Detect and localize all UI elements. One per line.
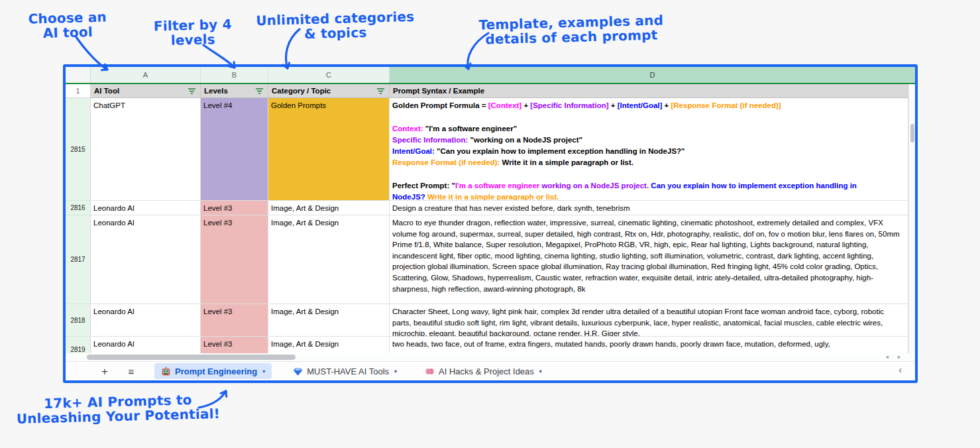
tab-label: AI Hacks & Project Ideas: [439, 366, 534, 376]
filter-icon[interactable]: [188, 87, 196, 95]
header-row: 1 AI Tool Levels Category / Topic Prompt…: [66, 84, 915, 98]
cell-ai-tool[interactable]: Leonardo AI: [91, 304, 201, 337]
tab-label: MUST-HAVE AI Tools: [307, 366, 389, 376]
select-all-corner[interactable]: [66, 67, 91, 83]
table-row-2816: 2816 Leonardo AI Level #3 Image, Art & D…: [66, 201, 908, 215]
brain-icon: [425, 366, 435, 376]
cell-category[interactable]: Image, Art & Design: [268, 201, 390, 215]
row-number[interactable]: 2819: [66, 337, 91, 353]
annotation-unlimited-categories: Unlimited categories& topics: [256, 9, 415, 42]
annotation-template-details: Template, examples anddetails of each pr…: [478, 13, 664, 46]
annotation-prompts-count: 17k+ AI Prompts toUnleashing Your Potent…: [16, 392, 220, 426]
cell-prompt[interactable]: Golden Prompt Formula = [Context] + [Spe…: [390, 98, 908, 201]
column-header-a[interactable]: A: [91, 67, 201, 83]
cell-category[interactable]: Image, Art & Design: [268, 337, 390, 353]
tab-must-have-ai-tools[interactable]: MUST-HAVE AI Tools ▾: [286, 363, 404, 379]
spreadsheet: A B C D 1 AI Tool Levels Category / Topi…: [63, 64, 918, 383]
sheet-tab-bar: + ≡ Prompt Engineering ▾: [66, 361, 915, 380]
annotation-filter-levels: Filter by 4levels: [154, 17, 233, 48]
tab-ai-hacks-project-ideas[interactable]: AI Hacks & Project Ideas ▾: [418, 363, 549, 379]
cell-ai-tool[interactable]: Leonardo AI: [91, 201, 201, 215]
filter-icon[interactable]: [255, 87, 264, 95]
horizontal-scroll-arrows[interactable]: ◂ ▸: [886, 354, 904, 360]
cell-level[interactable]: Level #3: [201, 201, 268, 215]
cell-ai-tool[interactable]: ChatGPT: [91, 98, 201, 201]
filter-icon[interactable]: [376, 87, 385, 95]
table-row-2815: 2815 ChatGPT Level #4 Golden Prompts Gol…: [66, 98, 908, 201]
cell-prompt[interactable]: two heads, two face, out of frame, extra…: [390, 337, 908, 353]
cell-level[interactable]: Level #4: [201, 98, 268, 201]
header-cell-ai-tool[interactable]: AI Tool: [91, 84, 201, 98]
all-sheets-menu-button[interactable]: ≡: [123, 366, 140, 376]
row-number[interactable]: 2817: [66, 215, 91, 304]
tab-dropdown-caret[interactable]: ▾: [394, 368, 397, 374]
cell-ai-tool[interactable]: Leonardo AI: [91, 337, 201, 353]
table-row-2818: 2818 Leonardo AI Level #3 Image, Art & D…: [66, 304, 908, 337]
tab-label: Prompt Engineering: [175, 366, 257, 376]
cell-grid: 2815 ChatGPT Level #4 Golden Prompts Gol…: [66, 98, 908, 353]
annotation-choose-ai-tool: Choose anAI tool: [28, 9, 107, 40]
cell-prompt[interactable]: Macro to eye thunder dragon, reflection …: [390, 215, 908, 304]
vertical-scrollbar-thumb[interactable]: [910, 124, 914, 142]
robot-icon: [161, 366, 171, 376]
cell-ai-tool[interactable]: Leonardo AI: [91, 215, 201, 304]
tab-prompt-engineering[interactable]: Prompt Engineering ▾: [154, 363, 272, 379]
table-row-2819: 2819 Leonardo AI Level #3 Image, Art & D…: [66, 337, 908, 353]
row-number[interactable]: 1: [66, 84, 91, 98]
vertical-scrollbar[interactable]: [908, 84, 915, 353]
column-header-b[interactable]: B: [201, 67, 268, 83]
tab-dropdown-caret[interactable]: ▾: [539, 368, 542, 374]
horizontal-scrollbar[interactable]: ◂ ▸: [66, 353, 915, 361]
tab-dropdown-caret[interactable]: ▾: [262, 368, 265, 374]
row-number[interactable]: 2816: [66, 201, 91, 215]
horizontal-scrollbar-thumb[interactable]: [87, 355, 296, 360]
column-header-c[interactable]: C: [268, 67, 390, 83]
header-cell-prompt[interactable]: Prompt Syntax / Example: [390, 84, 915, 98]
header-cell-category[interactable]: Category / Topic: [268, 84, 390, 98]
row-number[interactable]: 2815: [66, 98, 91, 201]
cell-prompt[interactable]: Character Sheet, Long wavy, light pink h…: [390, 304, 908, 337]
add-sheet-button[interactable]: +: [96, 366, 113, 377]
column-header-d[interactable]: D: [390, 67, 915, 83]
cell-category[interactable]: Image, Art & Design: [268, 215, 390, 304]
gem-icon: [293, 366, 303, 376]
cell-category[interactable]: Golden Prompts: [268, 98, 390, 201]
column-letter-row: A B C D: [66, 67, 915, 84]
cell-level[interactable]: Level #3: [201, 304, 268, 337]
cell-level[interactable]: Level #3: [201, 215, 268, 304]
cell-prompt[interactable]: Design a creature that has never existed…: [390, 201, 908, 215]
table-row-2817: 2817 Leonardo AI Level #3 Image, Art & D…: [66, 215, 908, 304]
tab-scroll-left-chevron[interactable]: ‹: [898, 364, 902, 375]
header-cell-levels[interactable]: Levels: [201, 84, 268, 98]
cell-level[interactable]: Level #3: [201, 337, 268, 353]
row-number[interactable]: 2818: [66, 304, 91, 337]
cell-category[interactable]: Image, Art & Design: [268, 304, 390, 337]
